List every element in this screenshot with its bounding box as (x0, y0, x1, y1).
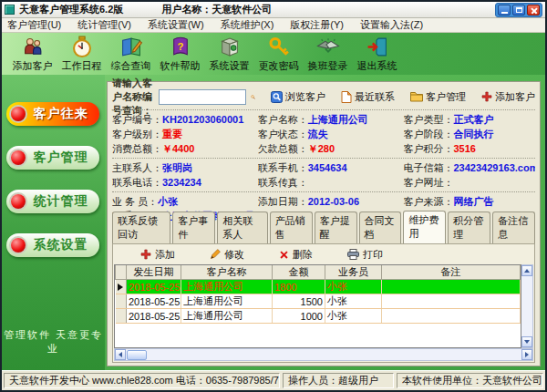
sidebar-item-customer-transactions[interactable]: 客户往来 (6, 102, 99, 126)
browse-customer-icon (271, 91, 283, 103)
separator (112, 191, 535, 192)
add-customer-plus-icon (481, 91, 492, 102)
toolbar-label: 添加客户 (13, 59, 53, 73)
maximize-button[interactable] (512, 5, 525, 15)
menu-item-customer-management[interactable]: 客户管理(U) (7, 18, 61, 32)
field-label: 客户阶段： (403, 128, 453, 141)
field-label: 客户网址： (403, 176, 453, 190)
toolbar-shift-login[interactable]: 换班登录 (306, 36, 349, 73)
print-button[interactable]: 打印 (347, 248, 383, 262)
scrollbar-thumb[interactable] (127, 350, 147, 360)
software-help-icon: ? (169, 36, 192, 58)
toolbar-system-settings[interactable]: 系统设置 (208, 36, 251, 73)
column-header-date[interactable]: 发生日期 (127, 265, 181, 280)
red-led-icon (11, 194, 26, 209)
add-record-button[interactable]: 添加 (140, 248, 175, 262)
field-total-consumption: 消费总额：￥4400 (112, 141, 258, 156)
field-value: 流失 (308, 128, 328, 141)
window-title: 天意客户管理系统6.2版 (19, 3, 123, 16)
toolbar-work-schedule[interactable]: 工作日程 (60, 36, 103, 73)
menu-item-system-settings[interactable]: 系统设置(W) (148, 18, 204, 32)
tab-feedback-visits[interactable]: 联系反馈回访 (112, 211, 170, 243)
tab-points-management[interactable]: 积分管理 (448, 211, 490, 243)
field-label: 消费总额： (112, 142, 162, 156)
sidebar-item-customer-management[interactable]: 客户管理 (6, 146, 99, 170)
vertical-scrollbar[interactable] (521, 264, 533, 348)
system-settings-icon (218, 36, 242, 58)
field-mobile: 联系手机：3454634 (258, 160, 404, 175)
toolbar-exit-system[interactable]: 退出系统 (356, 36, 398, 73)
field-label: 业 务 员： (112, 195, 158, 209)
toolbar-add-customer[interactable]: 添加客户 (11, 36, 54, 73)
search-icon[interactable] (251, 90, 255, 104)
field-value: 23423429163.com (453, 162, 535, 173)
toolbar-software-help[interactable]: ? 软件帮助 (159, 36, 201, 73)
close-button[interactable] (527, 5, 540, 15)
scroll-left-button[interactable] (115, 349, 126, 360)
red-led-icon (11, 107, 26, 121)
change-password-icon (267, 36, 291, 58)
shift-login-icon (316, 36, 340, 58)
field-value: ￥4400 (162, 142, 194, 156)
add-customer-button[interactable]: 添加客户 (481, 90, 535, 104)
status-license-unit: 本软件使用单位：天意软件公司 (397, 373, 543, 388)
recent-contacts-button[interactable]: 最近联系 (341, 90, 395, 104)
tab-remarks[interactable]: 备注信息 (492, 211, 535, 243)
grid-header-row: 发生日期 客户名称 金额 业务员 备注 (116, 265, 521, 280)
toolbar-label: 工作日程 (62, 59, 102, 73)
edit-icon (210, 249, 221, 260)
table-row[interactable]: 2018-05-25 上海通用公司 1800 小张 (116, 280, 521, 294)
customer-management-button[interactable]: 客户管理 (410, 90, 466, 104)
sidebar-item-system-settings[interactable]: 系统设置 (6, 233, 99, 257)
tab-related-contacts[interactable]: 相关联系人 (217, 211, 268, 243)
menu-item-statistics-management[interactable]: 统计管理(V) (77, 18, 131, 32)
field-label: 客户编号： (112, 113, 162, 127)
field-value: 小张 (158, 195, 178, 209)
field-label: 联系电话： (112, 176, 162, 190)
customer-info: 客户编号：KH201203060001 客户名称：上海通用公司 客户类型：正式客… (112, 112, 535, 156)
tab-maintenance-fees[interactable]: 维护费用 (403, 211, 446, 243)
tab-customer-events[interactable]: 客户事件 (172, 211, 215, 243)
tab-product-sales[interactable]: 产品销售 (270, 211, 313, 243)
chevron-left-icon (119, 352, 122, 357)
browse-customers-button[interactable]: 浏览客户 (271, 90, 325, 104)
column-header-customer-name[interactable]: 客户名称 (181, 265, 273, 280)
row-selector (116, 280, 127, 294)
menu-item-input-method[interactable]: 设置输入法(Z) (360, 18, 423, 32)
main-toolbar: 添加客户 工作日程 综合查询 ? 软件帮助 (2, 33, 545, 75)
table-row[interactable]: 2018-05-25 上海通用公司 1500 小张 (116, 294, 521, 309)
menu-item-system-maintenance[interactable]: 系统维护(X) (221, 18, 274, 32)
column-header-amount[interactable]: 金额 (273, 265, 325, 280)
menu-item-copyright-register[interactable]: 版权注册(Y) (290, 18, 344, 32)
field-value: 3234234 (162, 177, 201, 188)
tab-page-maintenance-fees: 添加 修改 删除 (112, 243, 535, 363)
records-grid: 发生日期 客户名称 金额 业务员 备注 2018-05 (114, 264, 521, 348)
field-label: 添加日期： (258, 195, 308, 209)
scroll-right-button[interactable] (521, 349, 532, 360)
field-value: 2012-03-06 (308, 196, 359, 207)
field-customer-name: 客户名称：上海通用公司 (258, 112, 404, 127)
field-customer-level: 客户级别：重要 (112, 127, 258, 141)
content-area: 客户往来 客户管理 统计管理 系统设置 管理软件 天意更专业 请输入客户名称编号… (2, 75, 545, 370)
toolbar-label: 综合查询 (111, 59, 151, 73)
table-row[interactable]: 2018-05-25 上海通用公司 1000 小张 (116, 309, 521, 324)
field-value: 合同执行 (453, 128, 493, 141)
toolbar-label: 换班登录 (308, 59, 348, 73)
scroll-up-button[interactable] (521, 265, 532, 276)
minimize-button[interactable] (498, 5, 511, 15)
tab-customer-reminder[interactable]: 客户提醒 (315, 211, 357, 243)
column-header-salesman[interactable]: 业务员 (325, 265, 382, 280)
search-input[interactable] (159, 89, 246, 105)
tab-contract-documents[interactable]: 合同文档 (359, 211, 402, 243)
sidebar-item-statistics-management[interactable]: 统计管理 (6, 190, 99, 213)
field-customer-points: 客户积分：3516 (403, 141, 535, 156)
toolbar-comprehensive-query[interactable]: 综合查询 (109, 36, 152, 73)
horizontal-scrollbar[interactable] (114, 348, 533, 361)
scroll-down-button[interactable] (521, 336, 532, 347)
delete-record-button[interactable]: 删除 (279, 248, 313, 262)
column-header-note[interactable]: 备注 (382, 265, 521, 280)
edit-record-button[interactable]: 修改 (210, 248, 244, 262)
toolbar-label: 更改密码 (259, 59, 299, 73)
toolbar-change-password[interactable]: 更改密码 (257, 36, 300, 73)
field-label: 客户状态： (258, 128, 308, 141)
